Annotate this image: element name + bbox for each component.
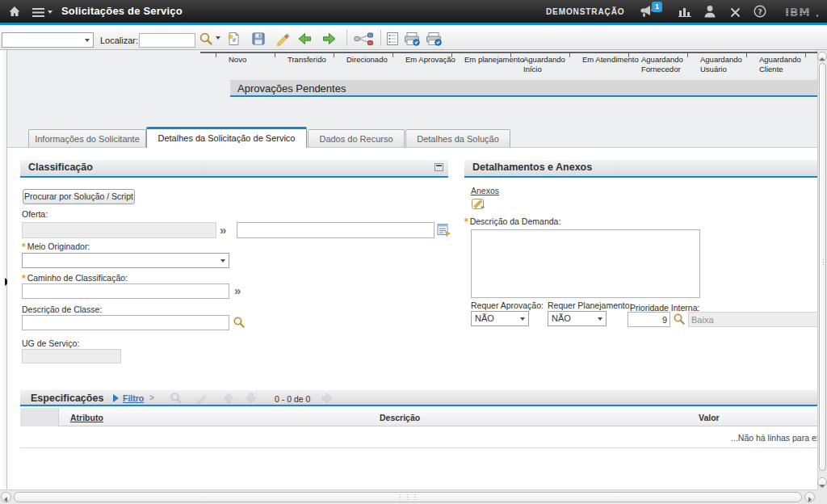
- details-panel-header: Detalhamentos e Anexos: [464, 160, 817, 178]
- column-header-atributo[interactable]: Atributo: [70, 413, 103, 422]
- find-input[interactable]: [139, 33, 195, 48]
- application-window: Solicitações de Serviço DEMONSTRAÇÃO 1 ?…: [0, 0, 827, 504]
- find-icon[interactable]: [199, 32, 213, 49]
- status-state: Em Atendimento: [582, 55, 644, 65]
- svg-text:#: #: [232, 37, 237, 44]
- home-icon[interactable]: [8, 5, 21, 21]
- download-icon: [321, 392, 334, 408]
- scroll-down-button[interactable]: [817, 477, 827, 487]
- origin-label: Meio Originador:: [22, 242, 90, 253]
- filter-expand-icon[interactable]: [113, 394, 119, 402]
- filter-chevron-icon[interactable]: >: [149, 393, 154, 402]
- class-description-input[interactable]: [22, 315, 229, 330]
- service-ug-input: [22, 349, 121, 363]
- status-state: Aguardando Cliente: [759, 55, 819, 74]
- attachments-icon[interactable]: [472, 197, 485, 213]
- next-row-icon: [245, 392, 258, 408]
- status-track: [200, 52, 817, 53]
- new-record-icon[interactable]: #: [226, 32, 241, 49]
- previous-record-icon[interactable]: [297, 32, 313, 49]
- tab-detalhes-da-solicitacao[interactable]: Detalhes da Solicitação de Servico: [146, 127, 307, 148]
- top-bar: Solicitações de Serviço DEMONSTRAÇÃO 1 ?…: [0, 0, 827, 23]
- classification-panel-header: Classificação: [20, 160, 448, 178]
- scroll-right-button[interactable]: [804, 492, 815, 502]
- clear-changes-icon[interactable]: [276, 32, 291, 49]
- status-state: Em planejamento: [464, 55, 527, 65]
- column-header-descricao[interactable]: Descrição: [380, 413, 420, 422]
- vertical-scrollbar[interactable]: ⋮: [817, 50, 827, 489]
- status-state: Direcionado: [346, 55, 406, 65]
- filter-link[interactable]: Filtro: [123, 393, 144, 403]
- find-caret-icon[interactable]: [216, 36, 220, 40]
- pending-approvals-banner: Aprovações Pendentes: [230, 80, 817, 97]
- required-marker: [464, 216, 470, 226]
- origin-select[interactable]: [22, 253, 229, 268]
- workflow-icon[interactable]: [354, 32, 375, 49]
- app-title: Solicitações de Serviço: [61, 5, 183, 17]
- offer-input: [22, 222, 216, 238]
- go-to-menu-icon[interactable]: [32, 6, 44, 21]
- select-caret-icon: [598, 317, 602, 321]
- save-icon[interactable]: [251, 32, 266, 49]
- record-select-combobox[interactable]: [2, 32, 94, 48]
- offer-description-input[interactable]: [237, 222, 434, 238]
- tab-detalhes-da-solucao[interactable]: Detalhes da Solução: [405, 129, 510, 148]
- requires-planning-select[interactable]: NÃO: [548, 311, 607, 326]
- requires-approval-select[interactable]: NÃO: [471, 311, 529, 326]
- status-state: Aguardando Início: [523, 55, 583, 74]
- column-header-valor[interactable]: Valor: [699, 413, 720, 422]
- required-marker: [22, 273, 27, 283]
- combobox-caret-icon[interactable]: [85, 39, 90, 42]
- classification-path-label: Caminho de Classificação:: [22, 273, 128, 284]
- reports-chart-icon[interactable]: [678, 6, 691, 20]
- print-icon[interactable]: [404, 32, 420, 49]
- status-state: Novo: [229, 55, 288, 65]
- profile-icon[interactable]: [704, 5, 716, 21]
- filter-table-icon: [170, 392, 183, 408]
- offer-detail-chevron-icon[interactable]: [220, 224, 226, 237]
- demand-description-textarea[interactable]: [471, 229, 700, 298]
- requires-planning-label: Requer Planejamento:: [548, 300, 632, 310]
- print-with-attachments-icon[interactable]: [426, 32, 442, 49]
- horizontal-scrollbar-thumb[interactable]: ⋮⋮⋮: [14, 492, 802, 502]
- horizontal-scrollbar[interactable]: ⋮⋮⋮: [0, 489, 817, 504]
- environment-label: DEMONSTRAÇÃO: [546, 7, 624, 16]
- main-toolbar: Localizar: #: [0, 25, 827, 50]
- vertical-scrollbar-thumb[interactable]: ⋮: [819, 63, 826, 471]
- work-area: Novo Transferido Direcionado Em Aprovaçã…: [0, 50, 827, 504]
- classification-path-input[interactable]: [22, 284, 229, 299]
- scroll-left-button[interactable]: [1, 492, 11, 502]
- internal-priority-input[interactable]: [628, 312, 670, 327]
- pager-text: 0 - 0 de 0: [275, 394, 310, 404]
- collapsed-navigation-pane: [0, 50, 7, 489]
- minimize-panel-button[interactable]: [434, 163, 443, 171]
- search-solution-script-button[interactable]: Procurar por Solução / Script: [23, 189, 135, 204]
- tab-informacoes-do-solicitante[interactable]: Informações do Solicitante: [28, 129, 146, 148]
- next-record-icon[interactable]: [321, 32, 337, 49]
- toolbar-separator: [380, 30, 381, 46]
- status-state: Aguardando Fornecedor: [641, 55, 701, 74]
- status-state: Transferido: [288, 55, 347, 65]
- tab-dados-do-recurso[interactable]: Dados do Recurso: [308, 129, 405, 148]
- required-marker: [22, 242, 27, 251]
- path-detail-chevron-icon[interactable]: [234, 284, 241, 297]
- offer-label: Oferta:: [22, 209, 48, 219]
- priority-lookup-icon[interactable]: [673, 313, 686, 329]
- scroll-up-button[interactable]: [817, 52, 827, 61]
- menu-caret-icon[interactable]: [48, 10, 52, 14]
- toolbar-separator: [346, 30, 347, 46]
- attachments-link[interactable]: Anexos: [471, 186, 499, 195]
- ibm-logo: IBM: [785, 6, 821, 21]
- class-description-lookup-icon[interactable]: [233, 316, 246, 332]
- offer-detail-menu-icon[interactable]: [437, 223, 451, 240]
- help-icon[interactable]: ?: [754, 5, 766, 21]
- specifications-empty-row: ...Não há linhas para exibir: [20, 426, 817, 448]
- specifications-title: Especificações: [31, 393, 103, 404]
- svg-text:IBM: IBM: [785, 7, 811, 18]
- run-reports-icon[interactable]: [386, 32, 399, 49]
- sign-out-icon[interactable]: [730, 6, 741, 21]
- empty-table-message: ...Não há linhas para exibir: [695, 433, 827, 443]
- scrollbar-corner: [817, 489, 827, 504]
- notification-badge: 1: [652, 2, 662, 12]
- edit-table-icon: [196, 392, 209, 408]
